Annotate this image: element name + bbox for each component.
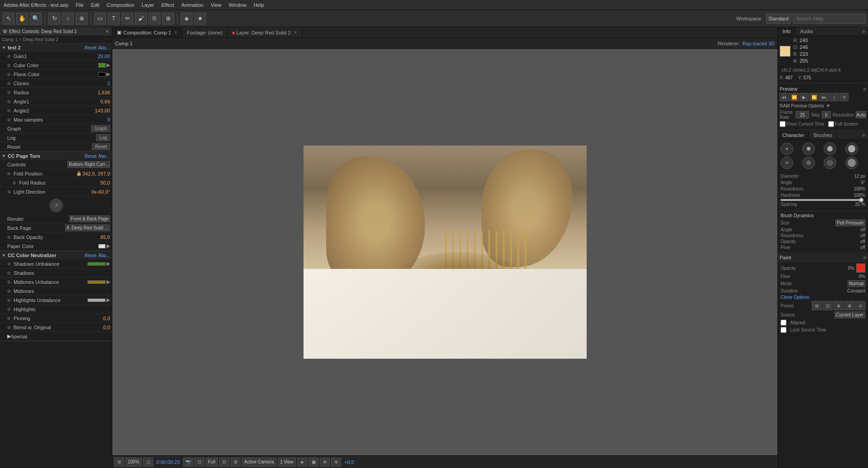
tab-footage[interactable]: Footage: (none) [183,27,227,38]
menu-effect[interactable]: Effect [161,2,174,8]
paper-color-arrow[interactable]: ▶ [106,243,110,249]
tool-light[interactable]: ★ [194,13,206,24]
tab-info[interactable]: Info [778,27,796,35]
brush-item-7[interactable] [824,156,836,169]
light-direction-dial[interactable]: → [49,199,63,212]
tool-select[interactable]: ↖ [3,13,14,24]
brush-item-4[interactable] [845,142,858,155]
cc-pageturn-about[interactable]: Abo... [98,154,110,159]
highlights-unbalance-bar[interactable] [87,298,106,302]
stopwatch-pinning[interactable]: ⊙ [7,316,14,321]
fold-position-value[interactable]: 342,0, 297,0 [82,171,110,176]
tool-stamp[interactable]: ⎘ [149,13,160,24]
tab-layer[interactable]: ■ Layer: Deep Red Solid 2 ✕ [227,27,302,38]
comp-stereo-btn[interactable]: ⊟ [219,458,229,467]
comp-track-btn[interactable]: ⊗ [331,458,341,467]
comp-alpha-btn[interactable]: ⊡ [194,458,204,467]
from-current-check[interactable] [780,121,786,127]
paint-mode-select[interactable]: Normal [848,280,865,287]
light-direction-value[interactable]: 0x-60,0° [92,189,110,195]
prev-loop-btn[interactable]: ↺ [839,93,849,101]
back-opacity-value[interactable]: 85,0 [92,234,110,240]
stopwatch-maxsamples[interactable]: ⊙ [7,117,14,122]
comp-snap-btn[interactable]: ◫ [143,458,153,467]
prev-back-btn[interactable]: ⏪ [790,93,799,101]
stopwatch-clones[interactable]: ⊙ [7,81,14,86]
cc-colorneutralizer-header[interactable]: ▼ CC Color Neutralizer Reset Abo... [0,251,112,259]
full-screen-label[interactable]: Full Screen [828,121,858,127]
gain1-value[interactable]: 29,00 [92,54,110,59]
angle1-value[interactable]: 0,69 [92,99,110,104]
stopwatch-shadows[interactable]: ⊙ [7,271,14,275]
lock-source-check[interactable] [781,327,786,333]
stopwatch-planecolor[interactable]: ⊙ [7,72,14,77]
cube-color-arrow[interactable]: ▶ [106,62,110,68]
blend-original-value[interactable]: 0,0 [92,325,110,330]
reset-effect-btn[interactable]: Reset [92,143,110,150]
paint-color-swatch[interactable] [856,263,865,273]
comp-render-btn[interactable]: ▣ [309,458,318,467]
close-panel-btn[interactable]: ✕ [105,29,109,34]
comp-3d-btn[interactable]: ◈ [297,458,307,467]
stopwatch-gain1[interactable]: ⊙ [7,54,14,58]
clones-value[interactable]: 2 [92,81,110,86]
brush-item-3[interactable] [824,142,836,155]
prev-first-btn[interactable]: ⏮ [780,93,789,101]
stopwatch-blendorig[interactable]: ⊙ [7,325,14,330]
tool-zoom[interactable]: 🔍 [30,13,42,24]
search-input[interactable] [793,14,865,24]
skip-input[interactable] [822,111,831,118]
tab-audio[interactable]: Audio [796,27,818,35]
controls-dropdown[interactable]: Bottom Right Corr... [68,161,110,168]
stopwatch-angle2[interactable]: ⊙ [7,108,14,113]
radius-value[interactable]: 1,636 [92,90,110,95]
hardness-slider[interactable] [781,199,863,201]
comp-zoom-select[interactable]: 100% [125,458,142,467]
menu-animation[interactable]: Animation [181,2,203,8]
menu-file[interactable]: File [76,2,84,8]
cube-color-swatch[interactable] [98,63,106,68]
info-panel-menu[interactable]: ≡ [860,27,868,35]
highlights-unbalance-arrow[interactable]: ▶ [106,297,110,303]
preset-btn-3[interactable]: ⊕ [834,301,844,310]
comp-views-select[interactable]: 1 View [278,458,296,467]
tab-composition[interactable]: ▣ Composition: Comp 1 ✕ [112,27,183,38]
menu-layer[interactable]: Layer [142,2,154,8]
midtones-unbalance-arrow[interactable]: ▶ [106,279,110,285]
stopwatch-foldpos[interactable]: ⊙ [7,171,14,176]
comp-time-display[interactable]: 0:00:00:23 [156,459,180,465]
comp-view-mode[interactable]: Full [206,458,218,467]
stopwatch-lightdir[interactable]: ⊙ [7,190,14,194]
aligned-check[interactable] [781,320,786,326]
tool-rect[interactable]: ▭ [94,13,106,24]
midtones-unbalance-bar[interactable] [87,280,106,284]
brush-item-8[interactable] [845,156,858,169]
brush-item-5[interactable] [781,156,793,169]
comp-camera-select[interactable]: Active Camera [242,458,276,467]
stopwatch-foldrad[interactable]: ⊙ [13,180,19,185]
preset-btn-1[interactable]: ⊞ [812,301,822,310]
paint-source-select[interactable]: Current Layer [834,312,865,318]
fold-pos-lock[interactable]: 🔒 [76,171,82,176]
preset-btn-5[interactable]: ⊙ [855,301,865,310]
cc-pageturn-header[interactable]: ▼ CC Page Turn Reset Abo... [0,152,112,160]
stopwatch-angle1[interactable]: ⊙ [7,99,14,104]
effect-test2-header[interactable]: ▼ test 2 Reset Abo... [0,44,112,52]
tool-brush[interactable]: 🖌 [135,13,147,24]
stopwatch-midtoneunbal[interactable]: ⊙ [7,280,14,284]
graph-btn[interactable]: Graph [91,125,110,132]
layer-tab-close[interactable]: ✕ [294,30,297,35]
menu-help[interactable]: Help [254,2,264,8]
prev-fwd-btn[interactable]: ⏩ [810,93,819,101]
brush-item-2[interactable] [802,142,815,155]
tool-pan[interactable]: ⊕ [76,13,87,24]
plane-color-arrow[interactable]: ▶ [106,71,110,77]
cc-pageturn-reset[interactable]: Reset [85,154,96,159]
shadows-unbalance-arrow[interactable]: ▶ [106,261,110,267]
brush-item-1[interactable] [781,142,793,155]
stopwatch-cubecolor[interactable]: ⊙ [7,63,14,68]
tool-orbit[interactable]: ○ [62,13,74,24]
preset-btn-4[interactable]: ⊗ [844,301,854,310]
workspace-select[interactable]: Standard [766,14,791,24]
color-preview[interactable] [780,46,791,57]
